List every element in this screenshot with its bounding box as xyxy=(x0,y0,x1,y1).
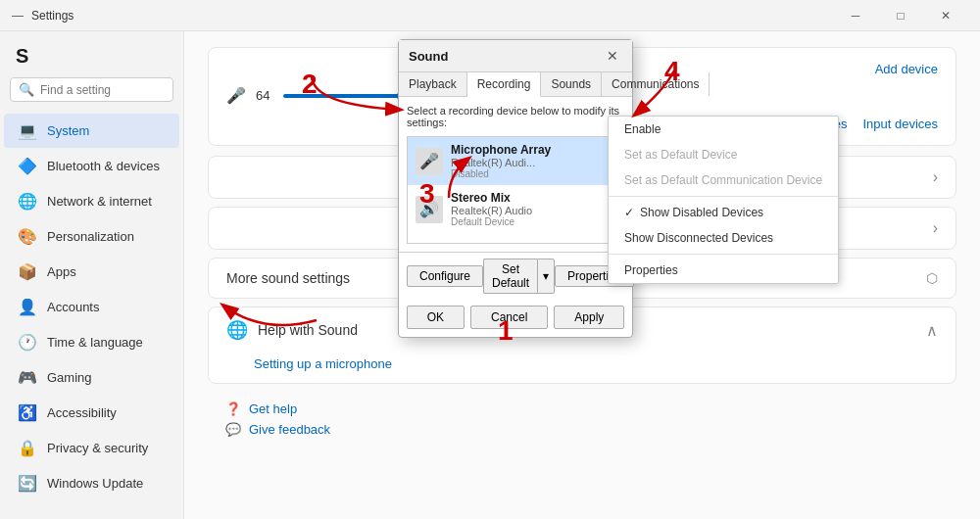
context-item-4[interactable]: Show Disabled Devices xyxy=(609,200,838,225)
maximize-button[interactable]: □ xyxy=(878,0,923,31)
add-device-button[interactable]: Add device xyxy=(875,62,938,76)
sidebar-label-time: Time & language xyxy=(47,335,143,350)
mic-slider[interactable] xyxy=(283,94,411,98)
back-button[interactable]: — xyxy=(12,9,24,23)
set-default-button[interactable]: Set Default xyxy=(483,259,537,294)
feedback-label: Give feedback xyxy=(249,422,330,437)
dialog-title: Sound xyxy=(409,49,448,64)
dialog-close-button[interactable]: ✕ xyxy=(603,46,622,66)
sidebar-icon-windows-update: 🔄 xyxy=(18,474,37,493)
sidebar-label-bluetooth: Bluetooth & devices xyxy=(47,159,160,173)
external-link-icon: ⬡ xyxy=(926,270,938,286)
cancel-button[interactable]: Cancel xyxy=(470,306,548,329)
dialog-instruction: Select a recording device below to modif… xyxy=(407,105,624,128)
sidebar-icon-accessibility: ♿ xyxy=(18,403,37,422)
get-help-link[interactable]: ❓ Get help xyxy=(225,401,939,416)
sidebar: S 🔍 💻 System 🔷 Bluetooth & devices 🌐 Net… xyxy=(0,31,184,519)
dialog-body: Select a recording device below to modif… xyxy=(399,97,632,252)
get-help-icon: ❓ xyxy=(225,401,241,416)
help-chevron-icon: ∧ xyxy=(926,321,938,340)
sidebar-item-windows-update[interactable]: 🔄 Windows Update xyxy=(4,466,179,500)
device-name-1: Stereo Mix xyxy=(451,191,532,205)
sidebar-item-apps[interactable]: 📦 Apps xyxy=(4,255,179,289)
context-divider-6 xyxy=(609,254,838,255)
dialog-device-list: 🎤 Microphone Array Realtek(R) Audi... Di… xyxy=(407,136,624,244)
sidebar-item-accounts[interactable]: 👤 Accounts xyxy=(4,290,179,324)
sidebar-label-gaming: Gaming xyxy=(47,370,92,385)
set-default-dropdown[interactable]: ▾ xyxy=(537,259,555,294)
sidebar-item-system[interactable]: 💻 System xyxy=(4,114,179,148)
input-devices-link[interactable]: Input devices xyxy=(862,117,938,131)
ok-button[interactable]: OK xyxy=(407,306,465,329)
dialog-footer: Configure Set Default ▾ Properties xyxy=(399,252,632,300)
device-status-1: Default Device xyxy=(451,216,532,227)
sidebar-label-personalization: Personalization xyxy=(47,229,134,244)
context-item-7[interactable]: Properties xyxy=(609,258,838,283)
device-item-0[interactable]: 🎤 Microphone Array Realtek(R) Audi... Di… xyxy=(408,137,623,185)
close-button[interactable]: ✕ xyxy=(923,0,968,31)
context-item-0[interactable]: Enable xyxy=(609,117,838,142)
sidebar-items: 💻 System 🔷 Bluetooth & devices 🌐 Network… xyxy=(0,114,183,500)
configure-button[interactable]: Configure xyxy=(407,265,483,287)
tab-communications[interactable]: Communications xyxy=(602,72,710,96)
dialog-title-bar: Sound ✕ xyxy=(399,40,632,72)
sidebar-label-network: Network & internet xyxy=(47,194,152,209)
chevron-right-1: › xyxy=(933,168,938,186)
apply-button[interactable]: Apply xyxy=(554,306,624,329)
sidebar-icon-network: 🌐 xyxy=(18,192,37,211)
mic-icon: 🎤 xyxy=(226,86,246,105)
window-controls: ─ □ ✕ xyxy=(833,0,968,31)
sidebar-item-privacy[interactable]: 🔒 Privacy & security xyxy=(4,431,179,465)
context-item-2: Set as Default Communication Device xyxy=(609,167,838,193)
search-icon: 🔍 xyxy=(19,82,34,97)
device-desc-0: Realtek(R) Audi... xyxy=(451,157,551,168)
title-bar-title: Settings xyxy=(31,9,74,23)
set-default-group: Set Default ▾ xyxy=(483,259,555,294)
context-item-5[interactable]: Show Disconnected Devices xyxy=(609,225,838,251)
feedback-icon: 💬 xyxy=(225,422,241,437)
sidebar-icon-apps: 📦 xyxy=(18,262,37,281)
sidebar-label-privacy: Privacy & security xyxy=(47,441,148,455)
sidebar-item-bluetooth[interactable]: 🔷 Bluetooth & devices xyxy=(4,149,179,183)
tab-recording[interactable]: Recording xyxy=(467,72,542,97)
sidebar-icon-bluetooth: 🔷 xyxy=(18,157,37,175)
tab-playback[interactable]: Playback xyxy=(399,72,467,96)
globe-icon: 🌐 xyxy=(226,319,248,341)
minimize-button[interactable]: ─ xyxy=(833,0,878,31)
title-bar: — Settings ─ □ ✕ xyxy=(0,0,980,31)
help-label: Help with Sound xyxy=(258,322,358,338)
sidebar-icon-accounts: 👤 xyxy=(18,298,37,316)
main-content: Add device 🎤 64 Output devices Input dev… xyxy=(184,31,980,519)
sidebar-label-apps: Apps xyxy=(47,264,76,279)
chevron-right-2: › xyxy=(933,219,938,237)
search-input[interactable] xyxy=(40,83,184,97)
device-name-0: Microphone Array xyxy=(451,143,551,157)
tab-sounds[interactable]: Sounds xyxy=(541,72,602,96)
sidebar-item-personalization[interactable]: 🎨 Personalization xyxy=(4,219,179,254)
device-icon-0: 🎤 xyxy=(416,148,443,175)
sound-dialog: Sound ✕ Playback Recording Sounds Commun… xyxy=(398,39,633,338)
setup-mic-link[interactable]: Setting up a microphone xyxy=(254,356,938,371)
footer-links: ❓ Get help 💬 Give feedback xyxy=(208,394,956,445)
give-feedback-link[interactable]: 💬 Give feedback xyxy=(225,422,939,437)
sidebar-icon-gaming: 🎮 xyxy=(18,368,37,387)
sidebar-item-gaming[interactable]: 🎮 Gaming xyxy=(4,360,179,395)
device-info-1: Stereo Mix Realtek(R) Audio Default Devi… xyxy=(451,191,532,227)
mic-volume-label: 64 xyxy=(256,88,270,103)
sidebar-label-accessibility: Accessibility xyxy=(47,405,117,420)
device-item-1[interactable]: 🔊 Stereo Mix Realtek(R) Audio Default De… xyxy=(408,185,623,233)
sidebar-item-accessibility[interactable]: ♿ Accessibility xyxy=(4,396,179,430)
dialog-action-buttons: OK Cancel Apply xyxy=(399,300,632,337)
help-links: Setting up a microphone xyxy=(209,353,956,383)
sidebar-icon-time: 🕐 xyxy=(18,333,37,352)
device-status-0: Disabled xyxy=(451,168,551,179)
more-sound-label: More sound settings xyxy=(226,270,350,286)
sidebar-app-title: S xyxy=(0,39,183,77)
sidebar-icon-privacy: 🔒 xyxy=(18,439,37,457)
sidebar-label-system: System xyxy=(47,123,89,138)
sidebar-item-time[interactable]: 🕐 Time & language xyxy=(4,325,179,359)
sidebar-search[interactable]: 🔍 xyxy=(10,77,173,102)
sidebar-item-network[interactable]: 🌐 Network & internet xyxy=(4,184,179,218)
context-menu: EnableSet as Default DeviceSet as Defaul… xyxy=(608,116,839,284)
device-desc-1: Realtek(R) Audio xyxy=(451,205,532,216)
